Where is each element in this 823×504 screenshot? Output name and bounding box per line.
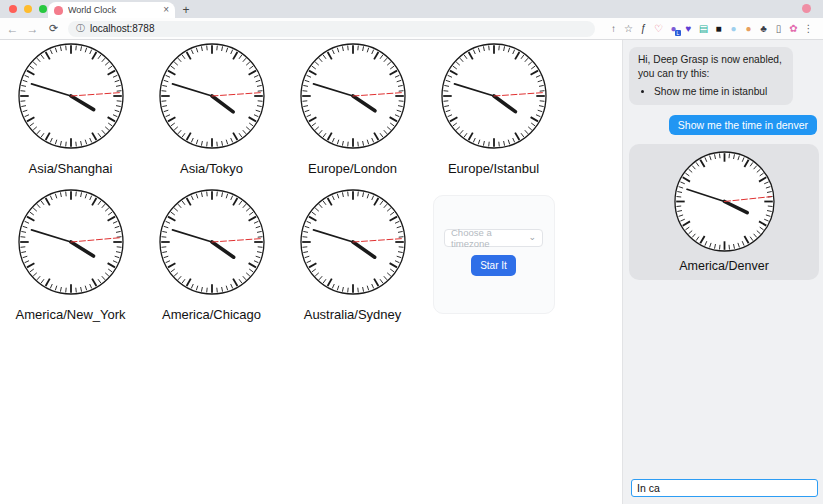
clock-row-2: America/New_York America/Chicago Austral… bbox=[0, 189, 622, 322]
analog-clock bbox=[159, 189, 265, 299]
analog-clock bbox=[18, 189, 124, 299]
browser-tab[interactable]: World Clock × bbox=[48, 2, 175, 18]
clock-face bbox=[674, 151, 775, 252]
timezone-select-placeholder: Choose a timezone bbox=[451, 227, 528, 249]
clock-face bbox=[159, 189, 265, 295]
chevron-down-icon: ⌄ bbox=[528, 232, 536, 242]
page-content: Asia/Shanghai Asia/Tokyo Europe/London E… bbox=[0, 40, 823, 504]
bookmark-star-icon[interactable]: ☆ bbox=[621, 24, 636, 34]
clock-card: America/New_York bbox=[0, 189, 141, 322]
ext-dark-badge-icon[interactable]: ■ bbox=[711, 24, 726, 34]
profile-avatar[interactable]: ✿ bbox=[786, 24, 801, 34]
share-icon[interactable]: ↑ bbox=[606, 24, 621, 34]
reload-icon[interactable]: ⟳ bbox=[46, 23, 61, 34]
ext-shield-heart-icon[interactable]: ♡ bbox=[651, 24, 666, 34]
tabstrip-profile-dot bbox=[802, 4, 811, 13]
chat-panel: Hi, Deep Grasp is now enabled, you can t… bbox=[622, 40, 823, 504]
zoom-button[interactable] bbox=[39, 5, 47, 13]
user-message: Show me the time in denver bbox=[669, 115, 817, 135]
result-clock-label: America/Denver bbox=[679, 259, 769, 273]
minimize-button[interactable] bbox=[24, 5, 32, 13]
site-info-icon[interactable]: ⓘ bbox=[76, 22, 85, 35]
world-clock-page: Asia/Shanghai Asia/Tokyo Europe/London E… bbox=[0, 40, 622, 504]
clock-face bbox=[159, 43, 265, 149]
forward-icon[interactable]: → bbox=[25, 23, 40, 35]
clock-card: Europe/London bbox=[282, 43, 423, 176]
timezone-select[interactable]: Choose a timezone ⌄ bbox=[444, 229, 543, 247]
analog-clock bbox=[159, 43, 265, 153]
chat-input[interactable] bbox=[631, 479, 818, 497]
address-bar[interactable]: ⓘ localhost:8788 bbox=[68, 21, 595, 37]
browser-window: World Clock × + ← → ⟳ ⓘ localhost:8788 ↑… bbox=[0, 0, 823, 504]
star-it-button[interactable]: Star It bbox=[471, 255, 516, 276]
close-button[interactable] bbox=[9, 5, 17, 13]
clock-card: Asia/Tokyo bbox=[141, 43, 282, 176]
analog-clock bbox=[674, 151, 775, 256]
clock-label: Asia/Tokyo bbox=[180, 161, 243, 176]
clock-label: Asia/Shanghai bbox=[29, 161, 113, 176]
assistant-message: Hi, Deep Grasp is now enabled, you can t… bbox=[629, 47, 793, 105]
clock-row-1: Asia/Shanghai Asia/Tokyo Europe/London E… bbox=[0, 43, 622, 176]
clock-label: Europe/Istanbul bbox=[448, 161, 539, 176]
ext-clover-icon[interactable]: ♣ bbox=[756, 24, 771, 34]
ext-orange-avatar-icon[interactable]: ● bbox=[741, 24, 756, 34]
analog-clock bbox=[18, 43, 124, 153]
clock-result-card: America/Denver bbox=[629, 144, 819, 280]
menu-dots-icon[interactable]: ⋮ bbox=[801, 24, 816, 34]
clock-label: Europe/London bbox=[308, 161, 397, 176]
clock-face bbox=[300, 43, 406, 149]
url-text: localhost:8788 bbox=[90, 23, 155, 34]
suggestion-list: Show me time in istanbul bbox=[654, 85, 784, 99]
clock-label: America/Chicago bbox=[162, 307, 261, 322]
add-timezone-card: Choose a timezone ⌄ Star It bbox=[433, 195, 555, 314]
clock-card: Europe/Istanbul bbox=[423, 43, 564, 176]
ext-fonts-icon[interactable]: ƒ bbox=[636, 24, 651, 34]
clock-face bbox=[18, 43, 124, 149]
site-favicon-icon bbox=[54, 6, 63, 15]
tab-title: World Clock bbox=[68, 5, 158, 15]
ext-purple-heart-icon[interactable]: ♥ bbox=[681, 24, 696, 34]
side-panel-icon[interactable]: ▯ bbox=[771, 24, 786, 34]
toolbar-actions: ↑☆ƒ♡●L♥▤■●●♣▯✿⋮ bbox=[606, 24, 816, 34]
add-timezone-cell: Choose a timezone ⌄ Star It bbox=[423, 189, 564, 322]
ext-globe-icon[interactable]: ● bbox=[726, 24, 741, 34]
clock-label: Australia/Sydney bbox=[304, 307, 402, 322]
clock-card: America/Chicago bbox=[141, 189, 282, 322]
suggestion-item[interactable]: Show me time in istanbul bbox=[654, 85, 784, 99]
clock-face bbox=[441, 43, 547, 149]
analog-clock bbox=[300, 189, 406, 299]
clock-face bbox=[18, 189, 124, 295]
back-icon[interactable]: ← bbox=[5, 23, 20, 35]
clock-card: Asia/Shanghai bbox=[0, 43, 141, 176]
new-tab-button[interactable]: + bbox=[175, 3, 197, 18]
ext-colorful-icon[interactable]: ▤ bbox=[696, 24, 711, 34]
clock-card: Australia/Sydney bbox=[282, 189, 423, 322]
analog-clock bbox=[441, 43, 547, 153]
tab-close-icon[interactable]: × bbox=[163, 5, 169, 15]
browser-toolbar: ← → ⟳ ⓘ localhost:8788 ↑☆ƒ♡●L♥▤■●●♣▯✿⋮ bbox=[0, 18, 823, 40]
tab-strip: World Clock × + bbox=[0, 0, 823, 18]
ext-purple-circle-icon[interactable]: ●L bbox=[666, 24, 681, 34]
clock-label: America/New_York bbox=[15, 307, 125, 322]
assistant-message-text: Hi, Deep Grasp is now enabled, you can t… bbox=[638, 54, 782, 79]
clock-face bbox=[300, 189, 406, 295]
analog-clock bbox=[300, 43, 406, 153]
window-controls bbox=[9, 5, 47, 13]
